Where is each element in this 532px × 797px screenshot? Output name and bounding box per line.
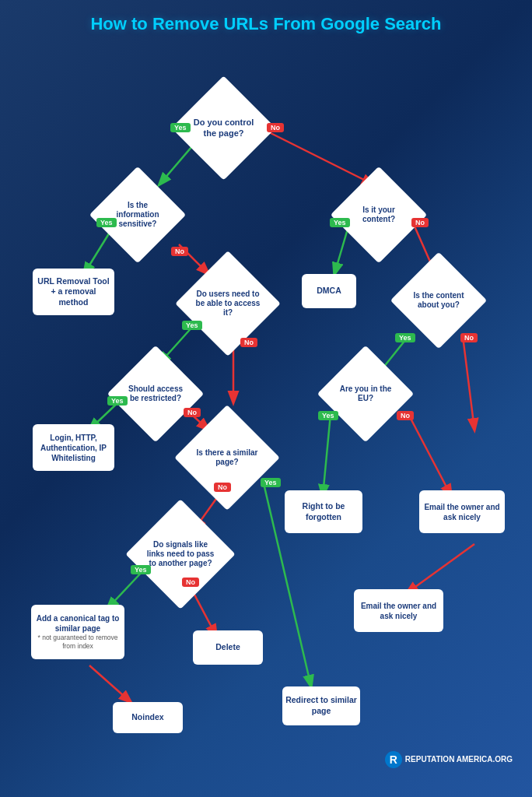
svg-line-17 (323, 414, 331, 496)
rect-delete: Delete (193, 630, 263, 665)
badge-signals-no: No (182, 578, 199, 587)
label-similar-page: Is there a similar page? (193, 423, 261, 492)
page-title: How to Remove URLs From Google Search (16, 14, 516, 34)
label-is-your-content: Is it your content? (348, 184, 410, 246)
canonical-title: Add a canonical tag to similar page (34, 613, 121, 634)
label-do-signals: Do signals like links need to pass to an… (145, 518, 216, 590)
badge-users-yes: Yes (182, 321, 202, 330)
rect-email-owner-2: Email the owner and ask nicely (354, 589, 443, 632)
badge-yourcontent-no: No (411, 218, 429, 227)
badge-about-no: No (460, 333, 478, 342)
svg-line-19 (407, 544, 474, 593)
svg-line-1 (264, 130, 373, 184)
logo-icon: R (385, 751, 402, 768)
badge-about-yes: Yes (395, 333, 415, 342)
badge-similar-yes: Yes (261, 478, 281, 487)
rect-canonical: Add a canonical tag to similar page * no… (31, 605, 124, 659)
badge-sensitive-yes: Yes (96, 218, 117, 227)
label-are-you-eu: Are you in the EU? (334, 363, 397, 425)
svg-line-12 (89, 665, 131, 702)
badge-eu-yes: Yes (318, 411, 338, 420)
rect-email-owner-1: Email the owner and ask nicely (419, 490, 505, 533)
rect-noindex: Noindex (113, 702, 183, 733)
rect-url-removal: URL Removal Tool + a removal method (33, 269, 114, 315)
label-is-info-sensitive: Is the information sensitive? (107, 184, 169, 246)
logo-text: REPUTATION AMERICA.ORG (405, 755, 513, 764)
badge-eu-no: No (397, 411, 414, 420)
badge-access-yes: Yes (107, 396, 128, 406)
label-do-users-need: Do users need to be able to access it? (194, 269, 262, 338)
label-is-content-about: Is the content about you? (408, 269, 470, 332)
label-should-access: Should access be restricted? (124, 363, 187, 425)
badge-control-yes: Yes (170, 123, 191, 132)
page-container: How to Remove URLs From Google Search (0, 0, 532, 788)
rect-right-forgotten: Right to be forgotten (285, 490, 362, 533)
rect-login-http: Login, HTTP, Authentication, IP Whitelis… (33, 424, 114, 471)
badge-control-no: No (267, 123, 284, 132)
rect-dmca: DMCA (302, 274, 356, 308)
canonical-note: * not guaranteed to remove from index (34, 634, 121, 651)
flowchart: Do you control the page? Is the informat… (16, 48, 516, 772)
badge-users-no: No (240, 338, 257, 347)
badge-sensitive-no: No (171, 247, 188, 256)
arrows-svg (16, 48, 516, 772)
logo-area: R REPUTATION AMERICA.ORG (385, 751, 513, 768)
badge-access-no: No (184, 408, 201, 417)
svg-line-18 (408, 414, 451, 496)
svg-line-16 (463, 336, 474, 430)
badge-similar-no: No (214, 483, 231, 492)
badge-signals-yes: Yes (131, 565, 151, 574)
badge-yourcontent-yes: Yes (330, 218, 350, 227)
label-do-you-control: Do you control the page? (190, 94, 257, 162)
rect-redirect: Redirect to similar page (282, 686, 360, 725)
